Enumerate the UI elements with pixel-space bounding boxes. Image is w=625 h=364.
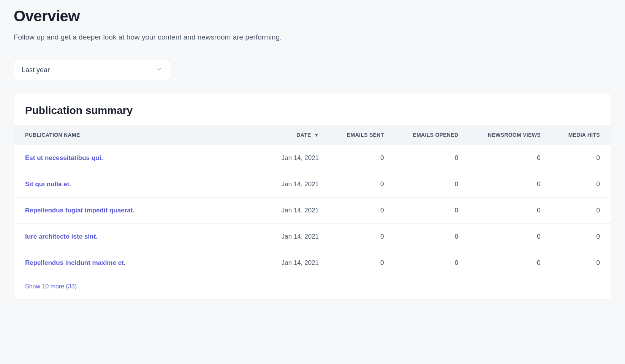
cell-newsroom-views: 0: [470, 224, 552, 250]
publication-summary-card: Publication summary Publication name Dat…: [14, 94, 611, 299]
cell-media-hits: 0: [552, 145, 611, 171]
date-range-select[interactable]: Last year: [14, 60, 170, 80]
cell-emails-opened: 0: [396, 171, 470, 198]
col-header-emails-sent[interactable]: Emails sent: [330, 125, 395, 145]
cell-emails-opened: 0: [396, 224, 470, 250]
cell-emails-sent: 0: [330, 224, 395, 250]
col-header-emails-opened[interactable]: Emails opened: [396, 125, 470, 145]
cell-emails-opened: 0: [396, 145, 470, 171]
cell-newsroom-views: 0: [470, 250, 552, 276]
publication-link[interactable]: Repellendus fugiat impedit quaerat.: [25, 207, 134, 214]
table-row: Iure architecto iste sint.Jan 14, 202100…: [14, 224, 611, 250]
cell-newsroom-views: 0: [470, 171, 552, 198]
publication-link[interactable]: Repellendus incidunt maxime et.: [25, 259, 126, 266]
cell-date: Jan 14, 2021: [265, 224, 330, 250]
table-row: Repellendus incidunt maxime et.Jan 14, 2…: [14, 250, 611, 276]
cell-media-hits: 0: [552, 198, 611, 224]
col-header-name[interactable]: Publication name: [14, 125, 265, 145]
cell-date: Jan 14, 2021: [265, 198, 330, 224]
cell-emails-sent: 0: [330, 198, 395, 224]
table-row: Sit qui nulla et.Jan 14, 20210000: [14, 171, 611, 198]
page-title: Overview: [14, 8, 611, 25]
cell-media-hits: 0: [552, 224, 611, 250]
cell-newsroom-views: 0: [470, 145, 552, 171]
publication-link[interactable]: Est ut necessitatibus qui.: [25, 154, 103, 161]
cell-date: Jan 14, 2021: [265, 250, 330, 276]
chevron-down-icon: [156, 66, 162, 74]
cell-date: Jan 14, 2021: [265, 171, 330, 198]
table-row: Repellendus fugiat impedit quaerat.Jan 1…: [14, 198, 611, 224]
col-header-newsroom-views[interactable]: Newsroom views: [470, 125, 552, 145]
cell-newsroom-views: 0: [470, 198, 552, 224]
cell-media-hits: 0: [552, 250, 611, 276]
cell-emails-opened: 0: [396, 198, 470, 224]
cell-media-hits: 0: [552, 171, 611, 198]
col-header-date-label: Date: [296, 132, 311, 138]
publication-link[interactable]: Sit qui nulla et.: [25, 180, 71, 188]
publication-summary-table: Publication name Date ▼ Emails sent Emai…: [14, 125, 611, 276]
cell-emails-sent: 0: [330, 171, 395, 198]
col-header-date[interactable]: Date ▼: [265, 125, 330, 145]
show-more-link[interactable]: Show 10 more (33): [25, 283, 77, 290]
page-subtitle: Follow up and get a deeper look at how y…: [14, 33, 611, 41]
date-range-selected-label: Last year: [22, 66, 50, 74]
publication-link[interactable]: Iure architecto iste sint.: [25, 233, 98, 240]
card-title: Publication summary: [14, 104, 611, 125]
col-header-media-hits[interactable]: Media hits: [552, 125, 611, 145]
cell-emails-opened: 0: [396, 250, 470, 276]
cell-emails-sent: 0: [330, 250, 395, 276]
table-row: Est ut necessitatibus qui.Jan 14, 202100…: [14, 145, 611, 171]
sort-desc-icon: ▼: [314, 133, 319, 138]
cell-date: Jan 14, 2021: [265, 145, 330, 171]
cell-emails-sent: 0: [330, 145, 395, 171]
